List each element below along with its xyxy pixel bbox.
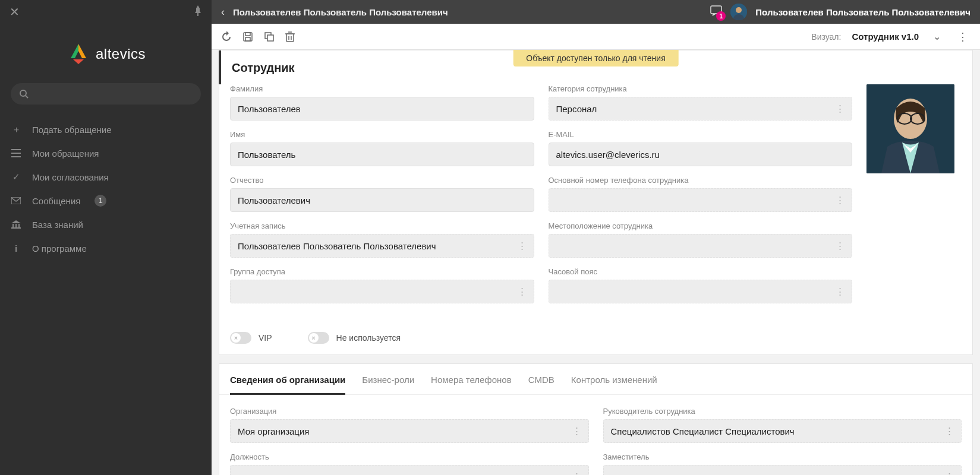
phone-field[interactable]: ⋮ (549, 188, 853, 212)
card-org: Сведения об организации Бизнес-роли Номе… (219, 363, 973, 475)
brand-name: altevics (96, 46, 146, 62)
surname-label: Фамилия (230, 84, 534, 93)
toggle-switch (308, 332, 329, 344)
tabs: Сведения об организации Бизнес-роли Номе… (219, 364, 972, 395)
delete-icon[interactable] (285, 31, 295, 42)
user-name: Пользователев Пользователь Пользователев… (755, 7, 970, 17)
category-field[interactable]: Персонал⋮ (549, 97, 853, 121)
back-icon[interactable]: ‹ (221, 6, 225, 18)
brand-logo: altevics (0, 24, 212, 83)
bank-icon (11, 220, 21, 229)
content: Объект доступен только для чтения Сотруд… (212, 50, 980, 475)
svg-rect-19 (267, 35, 273, 41)
copy-icon[interactable] (264, 31, 275, 42)
plus-icon: ＋ (11, 124, 21, 135)
sidebar-item-label: О программе (32, 243, 87, 254)
field-menu-icon[interactable]: ⋮ (570, 469, 584, 475)
refresh-icon[interactable] (221, 31, 232, 42)
sidebar-search-input[interactable] (33, 89, 193, 99)
sidebar-item-label: Сообщения (32, 196, 80, 206)
sidebar-item-messages[interactable]: Сообщения 1 (0, 189, 212, 213)
location-field[interactable]: ⋮ (549, 234, 853, 258)
svg-rect-5 (11, 156, 21, 157)
org-label: Организация (230, 407, 589, 416)
messages-badge: 1 (94, 195, 106, 207)
field-menu-icon[interactable]: ⋮ (943, 469, 956, 475)
topbar: ‹ Пользователев Пользователь Пользовател… (212, 0, 980, 24)
svg-rect-6 (11, 197, 21, 204)
svg-rect-7 (12, 224, 14, 227)
mail-icon (11, 197, 21, 204)
sidebar-item-label: Подать обращение (32, 125, 112, 135)
svg-rect-4 (11, 153, 21, 154)
position-label: Должность (230, 452, 589, 461)
manager-label: Руководитель сотрудника (603, 407, 962, 416)
tz-field[interactable]: ⋮ (549, 280, 853, 303)
sidebar-item-kb[interactable]: База знаний (0, 213, 212, 236)
field-menu-icon[interactable]: ⋮ (515, 284, 529, 299)
manager-field[interactable]: Специалистов Специалист Специалистович⋮ (603, 419, 962, 443)
toolbar-menu-icon[interactable]: ⋮ (955, 30, 970, 43)
phone-label: Основной номер телефона сотрудника (549, 176, 853, 185)
sidebar-item-approvals[interactable]: ✓ Мои согласования (0, 165, 212, 189)
svg-rect-0 (197, 13, 198, 16)
chevron-down-icon[interactable]: ⌄ (933, 31, 941, 42)
sidebar-close-icon[interactable]: ✕ (10, 5, 20, 19)
user-avatar[interactable] (730, 4, 747, 20)
category-label: Категория сотрудника (549, 84, 853, 93)
tab-cmdb[interactable]: CMDB (528, 375, 554, 394)
tab-phone-numbers[interactable]: Номера телефонов (431, 375, 512, 394)
tab-change-control[interactable]: Контроль изменений (571, 375, 657, 394)
info-icon: i (11, 243, 21, 254)
group-label: Группа доступа (230, 267, 534, 276)
visual-name[interactable]: Сотрудник v1.0 (852, 31, 919, 42)
sidebar-search[interactable] (11, 83, 201, 104)
sidebar-pin-icon[interactable] (194, 5, 202, 18)
tz-label: Часовой пояс (549, 267, 853, 276)
surname-field[interactable]: Пользователев (230, 97, 534, 121)
notification-icon[interactable]: 1 (710, 5, 722, 18)
field-menu-icon[interactable]: ⋮ (943, 423, 956, 439)
visual-label: Визуал: (811, 32, 841, 42)
email-field[interactable]: altevics.user@cleverics.ru (549, 142, 853, 166)
toolbar: Визуал: Сотрудник v1.0 ⌄ ⋮ (212, 24, 980, 50)
account-field[interactable]: Пользователев Пользователь Пользователев… (230, 234, 534, 258)
svg-point-13 (736, 7, 742, 13)
name-field[interactable]: Пользователь (230, 142, 534, 166)
notification-badge: 1 (716, 11, 726, 21)
sidebar-item-about[interactable]: i О программе (0, 236, 212, 260)
field-menu-icon[interactable]: ⋮ (833, 192, 847, 208)
sidebar-item-my-requests[interactable]: Мои обращения (0, 141, 212, 165)
sidebar-item-label: Мои обращения (32, 148, 99, 159)
svg-rect-17 (245, 37, 250, 41)
patronymic-field[interactable]: Пользователевич (230, 188, 534, 212)
field-menu-icon[interactable]: ⋮ (833, 238, 847, 254)
field-menu-icon[interactable]: ⋮ (570, 423, 584, 439)
deputy-field[interactable]: ⋮ (603, 465, 962, 475)
field-menu-icon[interactable]: ⋮ (833, 101, 847, 116)
search-icon (19, 89, 29, 99)
field-menu-icon[interactable]: ⋮ (833, 284, 847, 299)
vip-toggle[interactable]: VIP (230, 332, 272, 344)
sidebar-menu: ＋ Подать обращение Мои обращения ✓ Мои с… (0, 118, 212, 260)
svg-rect-3 (11, 149, 21, 150)
org-field[interactable]: Моя организация⋮ (230, 419, 589, 443)
sidebar-item-submit[interactable]: ＋ Подать обращение (0, 118, 212, 141)
svg-rect-8 (15, 224, 17, 227)
sidebar-item-label: Мои согласования (32, 172, 109, 182)
email-label: E-MAIL (549, 130, 853, 139)
not-used-toggle[interactable]: Не используется (308, 332, 401, 344)
sidebar: ✕ altevics ＋ Подать обращение Мои обраще… (0, 0, 212, 475)
svg-rect-9 (18, 224, 20, 227)
save-icon[interactable] (242, 31, 253, 42)
page-title: Пользователев Пользователь Пользователев… (233, 7, 702, 17)
tab-business-roles[interactable]: Бизнес-роли (362, 375, 414, 394)
group-field[interactable]: ⋮ (230, 280, 534, 303)
field-menu-icon[interactable]: ⋮ (515, 238, 529, 254)
brand-logo-icon (66, 42, 91, 66)
employee-photo (866, 84, 954, 173)
tab-org-info[interactable]: Сведения об организации (230, 375, 345, 395)
deputy-label: Заместитель (603, 452, 962, 461)
position-field[interactable]: ⋮ (230, 465, 589, 475)
sidebar-item-label: База знаний (32, 220, 83, 230)
